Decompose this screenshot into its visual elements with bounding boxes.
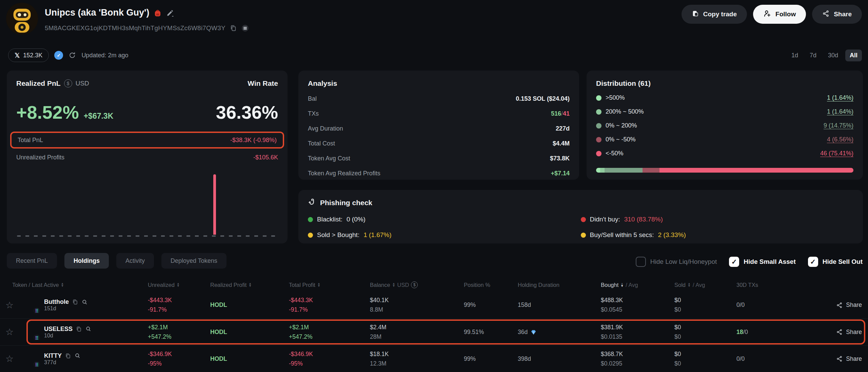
phishing-item: Buy/Sell within 5 secs: 2 (3.33%): [581, 231, 854, 239]
tab-recent-pnl[interactable]: Recent PnL: [7, 253, 57, 269]
checkbox-icon[interactable]: [636, 257, 646, 267]
profile-avatar: [6, 3, 38, 35]
analysis-row-token-avg-cost: Token Avg Cost $73.8K: [308, 155, 570, 162]
copy-token-icon[interactable]: [65, 353, 71, 359]
unrealized-profits-value: -$105.6K: [253, 154, 278, 161]
distribution-dot-icon: [596, 95, 601, 101]
status-dot-icon: [581, 233, 586, 238]
table-row[interactable]: ☆ USELESS 10d +$2.1M+547.2% HODL +$2.1M+…: [0, 318, 868, 345]
sort-icon[interactable]: ▲▼: [392, 282, 395, 287]
copy-token-icon[interactable]: [72, 299, 78, 305]
distribution-count-link[interactable]: 9 (14.75%): [824, 122, 853, 129]
share-row-button[interactable]: Share: [836, 329, 862, 336]
search-token-icon[interactable]: [85, 326, 92, 332]
distribution-count-link[interactable]: 4 (6.56%): [827, 136, 853, 143]
distribution-row: 0% ~ -50% 4 (6.56%): [596, 136, 853, 143]
analysis-card: Analysis Bal 0.153 SOL ($24.04) TXs 516/…: [298, 71, 579, 180]
profile-name: Unipcs (aka 'Bonk Guy'): [45, 7, 149, 18]
realized-status: HODL: [210, 355, 227, 362]
realized-pnl-title: Realized PnL: [16, 79, 61, 87]
time-filter[interactable]: 30d: [824, 50, 843, 61]
analysis-row-txs: TXs 516/41: [308, 110, 570, 117]
share-row-button[interactable]: Share: [836, 301, 862, 309]
analysis-row-bal: Bal 0.153 SOL ($24.04): [308, 95, 570, 102]
checkbox-icon[interactable]: [729, 257, 739, 267]
copy-trade-label: Copy trade: [703, 11, 737, 18]
sort-icon[interactable]: ▲▼: [61, 282, 64, 287]
analysis-title: Analysis: [308, 79, 570, 87]
tab-holdings[interactable]: Holdings: [64, 253, 109, 269]
sort-icon[interactable]: ▲▼: [620, 282, 624, 287]
pnl-chart-baseline: [17, 235, 277, 237]
refresh-icon[interactable]: [68, 52, 76, 59]
token-name[interactable]: KITTY: [44, 352, 62, 359]
star-icon[interactable]: ☆: [5, 353, 14, 364]
wallet-address: 5M8ACGKEXG1ojKDTMH3sMqhTihTgHYMSsZc6W8i7…: [45, 24, 225, 32]
copy-token-icon[interactable]: [76, 326, 82, 332]
distribution-dot-icon: [596, 109, 601, 115]
star-icon[interactable]: ☆: [5, 300, 14, 311]
win-rate-label: Win Rate: [248, 79, 278, 87]
distribution-dot-icon: [596, 137, 601, 142]
usd-swap-icon[interactable]: $: [64, 79, 72, 87]
distribution-row: >500% 1 (1.64%): [596, 94, 853, 101]
realized-status: HODL: [210, 301, 227, 308]
analysis-row-avg-duration: Avg Duration 227d: [308, 125, 570, 132]
filter-hide-sell-out[interactable]: Hide Sell Out: [808, 257, 863, 267]
status-dot-icon: [581, 217, 586, 222]
edit-name-icon[interactable]: [166, 9, 174, 17]
search-token-icon[interactable]: [81, 299, 88, 306]
explorer-icon[interactable]: [241, 24, 249, 32]
total-pnl-value: -$38.3K (-0.98%): [230, 137, 277, 144]
copy-trade-icon: [692, 10, 699, 19]
token-last-active: 151d: [44, 306, 56, 311]
holdings-tab-bar: Recent PnL Holdings Activity Deployed To…: [7, 253, 226, 269]
tab-deployed-tokens[interactable]: Deployed Tokens: [161, 253, 226, 269]
time-filter[interactable]: 1d: [787, 50, 803, 61]
distribution-count-link[interactable]: 1 (1.64%): [827, 94, 853, 101]
x-logo-icon: 𝕏: [15, 52, 20, 59]
time-filter[interactable]: All: [845, 50, 862, 61]
sort-icon[interactable]: ▲▼: [177, 282, 180, 287]
total-pnl-label: Total PnL: [18, 137, 43, 144]
solana-badge-icon: [34, 334, 40, 341]
distribution-count-link[interactable]: 46 (75.41%): [820, 150, 853, 157]
distribution-count-link[interactable]: 1 (1.64%): [827, 108, 853, 115]
follow-button[interactable]: Follow: [753, 5, 806, 24]
share-row-button[interactable]: Share: [836, 355, 862, 363]
sort-icon[interactable]: ▲▼: [688, 282, 691, 287]
token-avatar: [23, 351, 39, 367]
share-profile-button[interactable]: Share: [812, 5, 862, 24]
phishing-item: Sold > Bought: 1 (1.67%): [308, 231, 581, 239]
twitter-followers-count: 152.3K: [23, 52, 42, 59]
solana-badge-icon: [34, 361, 40, 368]
backpack-emoji: [153, 8, 162, 17]
distribution-title: Distribution (61): [596, 79, 853, 87]
time-filter-group: 1d 7d 30d All: [787, 50, 862, 61]
distribution-dot-icon: [596, 123, 601, 129]
sort-icon[interactable]: ▲▼: [249, 282, 252, 287]
usd-coin-icon[interactable]: $: [411, 281, 418, 288]
filter-hide-low-liq[interactable]: Hide Low Liq/Honeypot: [636, 257, 717, 267]
sort-icon[interactable]: ▲▼: [317, 282, 320, 287]
star-icon[interactable]: ☆: [5, 327, 14, 337]
token-name[interactable]: Butthole: [44, 298, 69, 306]
copy-address-icon[interactable]: [230, 24, 237, 32]
twitter-followers-pill[interactable]: 𝕏 152.3K: [8, 48, 49, 62]
table-row[interactable]: ☆ Butthole 151d -$443.3K-91.7% HODL -$44…: [0, 292, 868, 318]
table-row[interactable]: ☆ KITTY 377d -$346.9K-95% HODL -$346.9K-…: [0, 345, 868, 372]
token-name[interactable]: USELESS: [44, 326, 73, 333]
copy-trade-button[interactable]: Copy trade: [682, 5, 747, 24]
filter-hide-small-asset[interactable]: Hide Small Asset: [729, 257, 795, 267]
distribution-bar: [596, 168, 853, 173]
pnl-percent: +8.52%: [16, 102, 79, 123]
time-filter[interactable]: 7d: [805, 50, 821, 61]
search-token-icon[interactable]: [74, 352, 81, 359]
diamond-hands-icon: [530, 329, 537, 335]
currency-label: USD: [76, 80, 89, 87]
distribution-dot-icon: [596, 151, 601, 156]
distribution-row: 0% ~ 200% 9 (14.75%): [596, 122, 853, 129]
tab-activity[interactable]: Activity: [116, 253, 154, 269]
checkbox-icon[interactable]: [808, 257, 818, 267]
phishing-check-card: Phishing check Blacklist: 0 (0%) Didn't …: [298, 190, 863, 243]
